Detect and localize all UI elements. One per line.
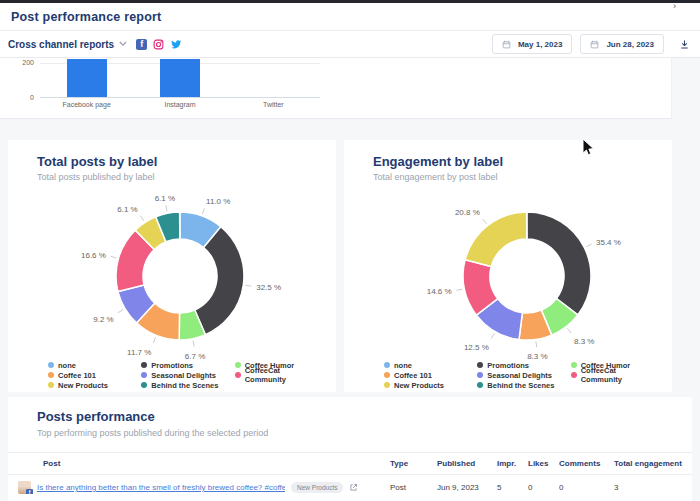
legend-swatch <box>48 382 54 388</box>
date-from-input[interactable]: May 1, 2023 <box>492 34 572 54</box>
legend-item[interactable]: none <box>384 360 469 370</box>
legend-swatch <box>384 372 390 378</box>
slice-connector <box>483 219 487 224</box>
column-header-impressions[interactable]: Impr. <box>497 459 528 468</box>
legend-label: CoffeeCat Community <box>581 366 656 384</box>
legend-label: CoffeeCat Community <box>245 366 320 384</box>
legend-swatch <box>141 362 147 368</box>
slice-label: 16.6 % <box>81 251 106 260</box>
card-subtitle: Top performing posts published during th… <box>37 428 692 438</box>
card-subtitle: Total engagement by post label <box>373 172 672 182</box>
cell-comments: 0 <box>559 483 614 492</box>
bar-instagram[interactable] <box>160 59 200 98</box>
legend-item[interactable]: Behind the Scenes <box>477 380 562 390</box>
slice-connector <box>153 337 155 343</box>
slice-connector <box>457 289 463 290</box>
twitter-icon[interactable] <box>170 39 182 50</box>
column-header-likes[interactable]: Likes <box>528 459 559 468</box>
report-toolbar: Cross channel reports f May 1, 2023 Jun … <box>0 31 700 58</box>
report-selector-label: Cross channel reports <box>8 39 114 50</box>
slice-label: 32.5 % <box>256 283 281 292</box>
legend-label: none <box>394 361 412 370</box>
page-header: Post performance report <box>0 3 700 31</box>
legend-item[interactable]: New Products <box>48 380 133 390</box>
total-posts-by-label-card: Total posts by label Total posts publish… <box>8 140 336 392</box>
slice-label: 6.1 % <box>155 194 175 203</box>
donut-slice-promotions[interactable] <box>527 212 591 315</box>
posts-performance-card: Posts performance Top performing posts p… <box>8 397 692 501</box>
legend-label: Behind the Scenes <box>151 381 218 390</box>
app-window: › Post performance report Cross channel … <box>0 0 700 501</box>
table-header-row: Post Type Published Impr. Likes Comments… <box>8 452 692 475</box>
slice-connector <box>193 341 194 347</box>
date-range-controls: May 1, 2023 Jun 28, 2023 <box>492 34 692 54</box>
post-link[interactable]: Is there anything better than the smell … <box>37 483 285 492</box>
legend-item[interactable]: none <box>48 360 133 370</box>
y-axis-tick: 0 <box>12 94 34 101</box>
legend-swatch <box>571 372 577 378</box>
donut-chart-engagement: 35.4 %8.3 %8.3 %12.5 %14.6 %20.8 % <box>344 194 672 356</box>
legend-label: Coffee 101 <box>58 371 96 380</box>
x-axis-line <box>40 97 320 98</box>
posts-by-network-chart-card: 200 0 Facebook pageInstagramTwitter <box>0 58 672 119</box>
legend-item[interactable]: Coffee 101 <box>384 370 469 380</box>
slice-connector <box>245 285 251 286</box>
column-header-comments[interactable]: Comments <box>559 459 614 468</box>
bar-category-label: Instagram <box>164 101 195 108</box>
y-axis-tick: 200 <box>12 59 34 66</box>
chevron-right-icon[interactable]: › <box>673 2 676 11</box>
calendar-icon <box>502 40 511 49</box>
legend-item[interactable]: Behind the Scenes <box>141 380 226 390</box>
facebook-network-badge-icon: f <box>26 489 33 494</box>
slice-label: 14.6 % <box>427 287 452 296</box>
legend-label: Seasonal Delights <box>487 371 552 380</box>
slice-connector <box>111 256 117 258</box>
legend-swatch <box>141 372 147 378</box>
legend-item[interactable]: Promotions <box>477 360 562 370</box>
card-title: Posts performance <box>37 409 692 424</box>
column-header-published[interactable]: Published <box>437 459 497 468</box>
slice-connector <box>567 328 571 333</box>
slice-connector <box>202 208 204 214</box>
legend-item[interactable]: CoffeeCat Community <box>571 370 656 380</box>
legend-swatch <box>477 382 483 388</box>
report-selector[interactable]: Cross channel reports <box>8 39 127 50</box>
legend-swatch <box>48 362 54 368</box>
slice-label: 20.8 % <box>455 208 480 217</box>
column-header-total-engagement[interactable]: Total engagement <box>614 459 692 468</box>
post-cell: f Is there anything better than the smel… <box>18 481 390 494</box>
cell-total-engagement: 3 <box>614 483 692 492</box>
legend-item[interactable]: Seasonal Delights <box>477 370 562 380</box>
slice-connector <box>141 216 144 221</box>
card-title: Total posts by label <box>37 154 336 169</box>
column-header-type[interactable]: Type <box>390 459 437 468</box>
donut-slice-new-products[interactable] <box>465 212 527 267</box>
external-link-icon[interactable] <box>349 483 358 492</box>
facebook-icon[interactable]: f <box>136 39 147 50</box>
cell-type: Post <box>390 483 437 492</box>
post-thumbnail: f <box>18 481 31 494</box>
download-button[interactable] <box>679 39 690 50</box>
legend-label: Promotions <box>151 361 193 370</box>
bar-facebook-page[interactable] <box>67 59 107 98</box>
legend-item[interactable]: Promotions <box>141 360 226 370</box>
bar-category-label: Facebook page <box>63 101 111 108</box>
post-label-badge: New Products <box>291 482 343 493</box>
column-header-post[interactable]: Post <box>43 459 390 468</box>
date-to-input[interactable]: Jun 28, 2023 <box>580 34 664 54</box>
legend-label: Behind the Scenes <box>487 381 554 390</box>
instagram-icon[interactable] <box>153 39 164 50</box>
legend-item[interactable]: New Products <box>384 380 469 390</box>
label-charts-row: Total posts by label Total posts publish… <box>8 140 700 392</box>
cell-impressions: 5 <box>497 483 528 492</box>
section-gap <box>0 119 700 140</box>
cell-likes: 0 <box>528 483 559 492</box>
legend-item[interactable]: CoffeeCat Community <box>235 370 320 380</box>
chart-legend: noneCoffee 101New ProductsPromotionsSeas… <box>48 360 320 390</box>
date-from-value: May 1, 2023 <box>518 40 562 49</box>
legend-item[interactable]: Seasonal Delights <box>141 370 226 380</box>
page-title: Post performance report <box>11 10 161 24</box>
legend-label: Coffee 101 <box>394 371 432 380</box>
slice-label: 8.3 % <box>527 352 547 361</box>
legend-item[interactable]: Coffee 101 <box>48 370 133 380</box>
